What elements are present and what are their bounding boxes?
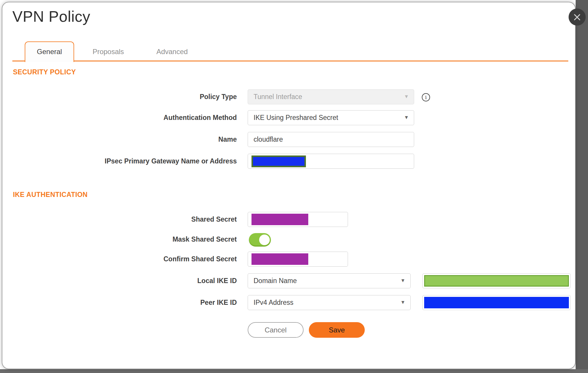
- section-heading-security-policy: SECURITY POLICY: [13, 68, 76, 76]
- ipsec-gateway-label: IPsec Primary Gateway Name or Address: [2, 154, 237, 169]
- chevron-down-icon: ▼: [400, 274, 405, 288]
- chevron-down-icon: ▼: [404, 90, 409, 104]
- tab-proposals-label: Proposals: [93, 48, 124, 56]
- toggle-knob: [259, 235, 270, 245]
- redacted-value-gateway: [251, 155, 306, 167]
- name-label: Name: [2, 132, 237, 147]
- tab-general-label: General: [37, 48, 62, 56]
- policy-type-select: Tunnel Interface ▼: [248, 89, 414, 104]
- local-ike-id-type-value: Domain Name: [254, 277, 297, 285]
- redacted-value-shared-secret: [251, 214, 308, 225]
- peer-ike-id-select[interactable]: IPv4 Address ▼: [248, 295, 411, 310]
- confirm-shared-secret-label: Confirm Shared Secret: [2, 252, 237, 267]
- authentication-method-value: IKE Using Preshared Secret: [254, 114, 338, 121]
- peer-ike-id-type-value: IPv4 Address: [254, 299, 294, 306]
- save-button[interactable]: Save: [309, 322, 365, 338]
- background-strip-right: [576, 0, 588, 373]
- local-ike-id-value-input[interactable]: [422, 273, 571, 288]
- ipsec-gateway-input[interactable]: [248, 154, 414, 169]
- peer-ike-id-value-input[interactable]: [422, 295, 571, 310]
- cancel-button[interactable]: Cancel: [248, 322, 304, 338]
- local-ike-id-label: Local IKE ID: [2, 273, 237, 288]
- vpn-policy-dialog: VPN Policy General Proposals Advanced SE…: [2, 2, 576, 369]
- redacted-value-peer-ike-id: [424, 297, 569, 308]
- tab-proposals[interactable]: Proposals: [85, 41, 132, 62]
- authentication-method-label: Authentication Method: [2, 110, 237, 125]
- chevron-down-icon: ▼: [404, 111, 409, 125]
- shared-secret-input[interactable]: [248, 212, 348, 227]
- peer-ike-id-label: Peer IKE ID: [2, 295, 237, 310]
- page-title: VPN Policy: [12, 8, 90, 25]
- redacted-value-local-ike-id: [424, 275, 569, 287]
- close-button[interactable]: [569, 9, 586, 26]
- chevron-down-icon: ▼: [400, 295, 405, 310]
- close-icon: [573, 13, 581, 21]
- authentication-method-select[interactable]: IKE Using Preshared Secret ▼: [248, 110, 414, 125]
- local-ike-id-select[interactable]: Domain Name ▼: [248, 273, 411, 288]
- policy-type-value: Tunnel Interface: [254, 93, 302, 101]
- shared-secret-label: Shared Secret: [2, 212, 237, 227]
- info-icon-glyph: i: [425, 94, 427, 100]
- tab-advanced[interactable]: Advanced: [149, 41, 196, 62]
- confirm-shared-secret-input[interactable]: [248, 252, 348, 267]
- redacted-value-confirm-shared-secret: [251, 253, 308, 265]
- mask-shared-secret-toggle[interactable]: [249, 233, 271, 247]
- tab-advanced-label: Advanced: [156, 48, 188, 56]
- name-input-value: cloudflare: [254, 136, 283, 143]
- page-background: VPN Policy General Proposals Advanced SE…: [0, 0, 588, 373]
- tab-general[interactable]: General: [25, 41, 74, 62]
- name-input[interactable]: cloudflare: [248, 132, 414, 147]
- policy-type-label: Policy Type: [2, 89, 237, 104]
- section-heading-ike-authentication: IKE AUTHENTICATION: [13, 191, 88, 199]
- background-strip-bottom: [0, 369, 588, 373]
- info-icon[interactable]: i: [422, 93, 430, 101]
- mask-shared-secret-label: Mask Shared Secret: [2, 233, 237, 246]
